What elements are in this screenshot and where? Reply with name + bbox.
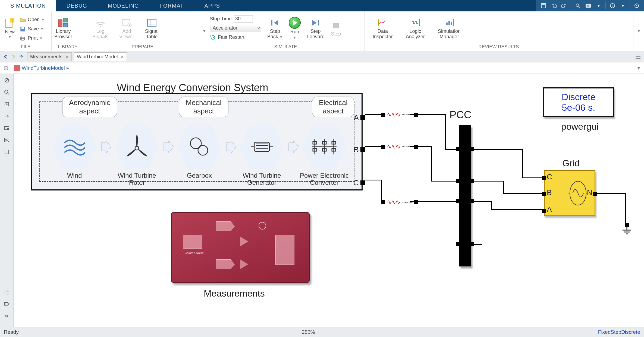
- crumb-chevron-down-icon[interactable]: ▼: [636, 65, 641, 71]
- port-b[interactable]: B: [354, 145, 365, 154]
- nav-forward-button[interactable]: [10, 53, 17, 61]
- series-rlc-a[interactable]: ∿∿∿⁓⁓: [381, 111, 418, 118]
- favorites-icon[interactable]: ≫: [584, 1, 593, 10]
- block-generator[interactable]: Wind Turbine Generator: [239, 124, 285, 170]
- svg-rect-15: [21, 27, 24, 29]
- palette-arrows-icon[interactable]: [3, 112, 11, 120]
- port-a[interactable]: A: [354, 113, 365, 122]
- library-browser-button[interactable]: LibraryBrowser: [54, 17, 72, 40]
- model-tab-windturbine[interactable]: WindTurbineModel ✕: [74, 52, 127, 61]
- log-signals-button[interactable]: LogSignals: [92, 17, 108, 40]
- fast-restart-button[interactable]: Fast Restart: [210, 33, 261, 42]
- palette-copy-icon[interactable]: [3, 288, 11, 296]
- svg-rect-48: [7, 128, 9, 129]
- series-rlc-b[interactable]: ∿∿∿⁓⁓: [381, 143, 418, 150]
- logic-analyzer-icon: [410, 17, 421, 28]
- step-back-button[interactable]: StepBack ▼: [267, 17, 283, 40]
- close-icon[interactable]: ✕: [65, 54, 69, 59]
- svg-line-3: [579, 6, 580, 8]
- palette-image-icon[interactable]: [3, 136, 11, 144]
- palette-expand-icon[interactable]: ≫: [3, 312, 11, 320]
- svg-rect-51: [5, 150, 9, 154]
- port-c[interactable]: C: [353, 179, 365, 187]
- generator-icon: [248, 137, 275, 156]
- open-button[interactable]: Open ▼: [20, 15, 45, 24]
- save-button[interactable]: Save ▼: [20, 25, 45, 33]
- stop-time-input[interactable]: [234, 15, 253, 23]
- close-icon[interactable]: ✕: [120, 54, 124, 59]
- status-solver[interactable]: FixedStepDiscrete: [598, 329, 640, 335]
- tab-simulation[interactable]: SIMULATION: [0, 0, 56, 11]
- palette-fit-icon[interactable]: [3, 100, 11, 108]
- model-tab-measurements[interactable]: Measurements ✕: [27, 52, 72, 61]
- new-button[interactable]: New ▼: [3, 18, 17, 39]
- step-forward-button[interactable]: StepForward: [307, 17, 325, 40]
- palette-zoom-icon[interactable]: [3, 88, 11, 96]
- breadcrumb-model[interactable]: WindTurbineModel: [22, 65, 65, 71]
- ribbon: New ▼ Open ▼ Save ▼ Print ▼: [0, 11, 644, 51]
- palette-block-icon[interactable]: [3, 148, 11, 156]
- model-canvas[interactable]: Wind Energy Conversion System Aerodynami…: [14, 74, 644, 327]
- status-zoom[interactable]: 256%: [302, 329, 315, 335]
- hide-explorer-icon[interactable]: [3, 65, 9, 71]
- svg-line-45: [7, 93, 9, 94]
- series-rlc-c[interactable]: ∿∿∿⁓⁓: [381, 199, 418, 206]
- svg-rect-21: [63, 23, 68, 27]
- help-chevron-down-icon[interactable]: ▾: [618, 1, 627, 10]
- redo-icon[interactable]: [560, 1, 569, 10]
- simulation-mode-select[interactable]: Accelerator: [210, 24, 261, 32]
- toolstrip-tab-row: SIMULATION DEBUG MODELING FORMAT APPS ≫ …: [0, 0, 644, 11]
- fullscreen-icon[interactable]: [632, 1, 641, 10]
- stop-icon: [331, 20, 341, 31]
- powergui-l2: 5e-06 s.: [562, 102, 595, 113]
- stop-button[interactable]: Stop: [331, 20, 341, 37]
- search-icon[interactable]: [573, 1, 583, 10]
- palette-hide-icon[interactable]: [3, 77, 11, 84]
- logic-analyzer-button[interactable]: LogicAnalyzer: [406, 17, 425, 40]
- measurements-subsystem[interactable]: Colored Noise: [171, 212, 310, 283]
- wire: [503, 193, 544, 194]
- prepare-gallery-expand[interactable]: ▾: [201, 11, 207, 51]
- block-rotor[interactable]: Wind Turbine Rotor: [114, 124, 160, 170]
- tab-debug[interactable]: DEBUG: [56, 0, 98, 11]
- svg-text:?: ?: [611, 4, 614, 8]
- block-caption: Wind Turbine Generator: [235, 172, 289, 186]
- add-viewer-button[interactable]: AddViewer: [119, 17, 134, 40]
- run-button[interactable]: Run▼: [289, 17, 301, 40]
- simulation-manager-button[interactable]: SimulationManager: [438, 17, 461, 40]
- tab-format[interactable]: FORMAT: [149, 0, 194, 11]
- status-ready: Ready: [4, 329, 19, 335]
- group-label-prepare: PREPARE: [84, 44, 201, 51]
- block-wind[interactable]: Wind: [51, 124, 98, 170]
- fav-chevron-down-icon[interactable]: ▾: [594, 1, 603, 10]
- data-inspector-button[interactable]: DataInspector: [373, 17, 393, 40]
- tab-overflow-icon[interactable]: [634, 53, 642, 61]
- breadcrumb-bar: WindTurbineModel ▸ ▼: [0, 62, 644, 74]
- undo-icon[interactable]: [549, 1, 558, 10]
- ribbon-collapse[interactable]: ▾: [633, 11, 644, 51]
- wecs-subsystem[interactable]: Aerodynamic aspect Mechanical aspect Ele…: [31, 93, 363, 190]
- tab-apps[interactable]: APPS: [194, 0, 230, 11]
- nav-up-button[interactable]: [17, 53, 25, 61]
- print-button[interactable]: Print ▼: [20, 34, 45, 43]
- wire: [491, 201, 492, 209]
- grid-block[interactable]: C B A N: [544, 170, 595, 216]
- palette-entry-icon[interactable]: [3, 300, 11, 308]
- wire: [597, 193, 626, 194]
- save-icon[interactable]: [539, 1, 548, 10]
- new-label: New: [5, 29, 15, 35]
- wire: [474, 181, 504, 182]
- wire: [410, 146, 432, 147]
- block-converter[interactable]: Power Electronic Converter: [301, 124, 347, 170]
- tab-modeling[interactable]: MODELING: [98, 0, 149, 11]
- palette-overview-icon[interactable]: [3, 124, 11, 132]
- pcc-bus[interactable]: [459, 125, 471, 266]
- print-label: Print: [28, 35, 38, 41]
- wire: [474, 149, 523, 150]
- nav-back-button[interactable]: [2, 53, 10, 61]
- powergui-block[interactable]: Discrete 5e-06 s.: [543, 87, 614, 117]
- signal-table-button[interactable]: SignalTable: [145, 17, 159, 40]
- help-icon[interactable]: ?: [608, 1, 617, 10]
- block-gearbox[interactable]: Gearbox: [176, 124, 222, 170]
- group-label-simulate: SIMULATE: [207, 44, 364, 51]
